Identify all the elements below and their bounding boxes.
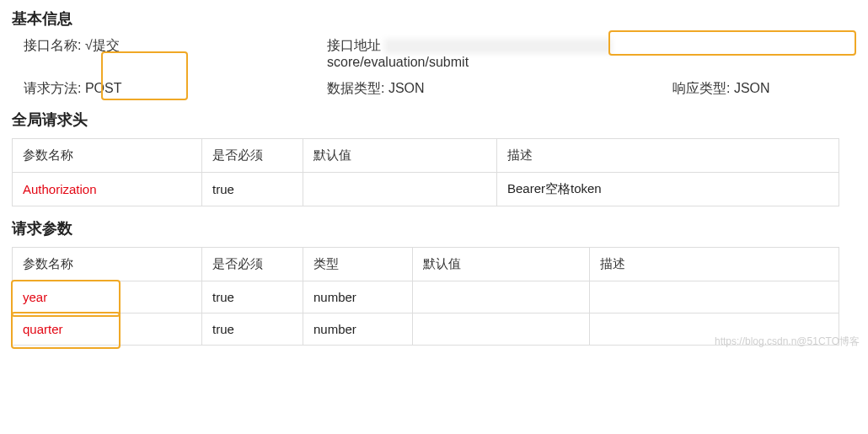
col-required: 是否必须 xyxy=(202,248,303,281)
cell-name: year xyxy=(13,281,202,313)
value-name: √提交 xyxy=(85,38,120,52)
col-required: 是否必须 xyxy=(202,139,303,173)
cell-default xyxy=(413,281,590,313)
cell-name: Authorization xyxy=(13,173,202,206)
value-response-type: JSON xyxy=(734,81,770,95)
value-data-type: JSON xyxy=(388,81,425,95)
watermark: https://blog.csdn.n@51CTO博客 xyxy=(715,335,860,349)
table-row: year true number xyxy=(13,281,839,313)
request-params-table: 参数名称 是否必须 类型 默认值 描述 year true number qua… xyxy=(12,247,839,346)
cell-type: number xyxy=(303,313,413,346)
section-heading-request-params: 请求参数 xyxy=(12,218,856,238)
cell-required: true xyxy=(202,173,303,206)
info-name: 接口名称: √提交 xyxy=(24,37,327,70)
col-type: 类型 xyxy=(303,248,413,281)
basic-info-grid: 接口名称: √提交 接口地址 score/evaluation/submit 请… xyxy=(12,37,856,98)
col-name: 参数名称 xyxy=(13,139,202,173)
label-method: 请求方法: xyxy=(24,81,81,95)
cell-description: Bearer空格token xyxy=(497,173,839,206)
cell-name: quarter xyxy=(13,313,202,346)
label-url: 接口地址 xyxy=(327,38,381,52)
cell-name-text: quarter xyxy=(23,322,63,336)
cell-required: true xyxy=(202,281,303,313)
cell-default xyxy=(303,173,497,206)
col-name: 参数名称 xyxy=(13,248,202,281)
info-data-type: 数据类型: JSON xyxy=(327,80,672,98)
value-url-suffix: score/evaluation/submit xyxy=(327,55,469,69)
col-default: 默认值 xyxy=(413,248,590,281)
cell-type: number xyxy=(303,281,413,313)
table-header-row: 参数名称 是否必须 类型 默认值 描述 xyxy=(13,248,839,281)
label-response-type: 响应类型: xyxy=(672,81,730,95)
section-heading-basic-info: 基本信息 xyxy=(12,8,856,29)
info-url: 接口地址 score/evaluation/submit xyxy=(327,37,672,70)
info-method: 请求方法: POST xyxy=(24,80,327,98)
value-url-blurred xyxy=(384,39,612,54)
table-header-row: 参数名称 是否必须 默认值 描述 xyxy=(13,139,839,173)
col-default: 默认值 xyxy=(303,139,497,173)
value-method: POST xyxy=(85,81,122,95)
cell-description xyxy=(590,281,839,313)
info-spacer xyxy=(672,37,856,70)
table-row: Authorization true Bearer空格token xyxy=(13,173,839,206)
col-description: 描述 xyxy=(590,248,839,281)
label-data-type: 数据类型: xyxy=(327,81,384,95)
cell-name-text: year xyxy=(23,290,47,304)
label-name: 接口名称: xyxy=(24,38,81,52)
cell-required: true xyxy=(202,313,303,346)
section-heading-global-headers: 全局请求头 xyxy=(12,110,856,130)
info-response-type: 响应类型: JSON xyxy=(672,80,856,98)
cell-default xyxy=(413,313,590,346)
col-description: 描述 xyxy=(497,139,839,173)
global-headers-table: 参数名称 是否必须 默认值 描述 Authorization true Bear… xyxy=(12,138,839,206)
